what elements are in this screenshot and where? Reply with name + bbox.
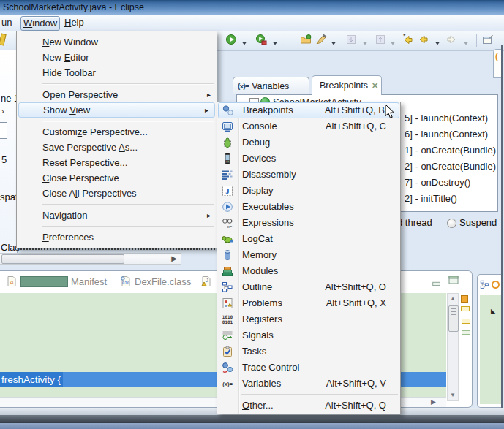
breakpoint-entry[interactable]: 5] - launch(Context)	[405, 110, 488, 126]
menu-item-close-all-perspectives[interactable]: Close All Perspectives	[17, 186, 217, 201]
editor-vertical-scrollbar[interactable]: ▲ ▼	[447, 293, 459, 401]
minimize-icon[interactable]	[432, 278, 442, 291]
submenu-item-breakpoints[interactable]: BreakpointsAlt+Shift+Q, B	[218, 102, 399, 118]
marker-triangle-icon: ◣	[491, 308, 495, 314]
menubar-item-help[interactable]: Help	[64, 16, 84, 29]
scroll-down-arrow-icon[interactable]: ▼	[450, 392, 456, 398]
submenu-item-variables[interactable]: (x)=VariablesAlt+Shift+Q, V	[217, 376, 400, 392]
submenu-item-devices[interactable]: Devices	[217, 151, 400, 167]
maximize-icon[interactable]	[448, 274, 459, 288]
format-dropdown[interactable]	[331, 37, 336, 43]
menu-item-new-window[interactable]: New Window	[17, 34, 217, 50]
menubar-item-window[interactable]: Window	[20, 16, 60, 31]
submenu-item-label: Console	[242, 121, 277, 132]
menu-item-navigation[interactable]: Navigation▸	[17, 208, 217, 223]
last-edit-location-button[interactable]: *	[402, 34, 414, 45]
window-menu: New WindowNew EditorHide ToolbarOpen Per…	[16, 31, 217, 248]
menu-item-new-editor[interactable]: New Editor	[17, 50, 217, 65]
scroll-right-arrow-icon[interactable]: ▶	[431, 398, 436, 406]
tab-breakpoints[interactable]: Breakpoints✕	[312, 75, 382, 95]
submenu-item-disassembly[interactable]: Disassembly	[217, 167, 400, 183]
menu-item-customize-perspective[interactable]: Customize Perspective...	[17, 124, 217, 140]
menu-item-hide-toolbar[interactable]: Hide Toolbar	[17, 65, 217, 80]
svg-text:010: 010	[122, 281, 129, 285]
close-icon[interactable]: ✕	[372, 81, 378, 91]
menu-item-preferences[interactable]: Preferences	[17, 229, 217, 245]
submenu-item-executables[interactable]: Executables	[217, 199, 400, 215]
titlebar[interactable]: SchoolMarketActivity.java - Eclipse	[0, 0, 504, 15]
submenu-arrow-icon: ▸	[205, 103, 208, 117]
breakpoint-entry[interactable]: 1] - onCreate(Bundle)	[405, 143, 496, 159]
submenu-item-shortcut: Alt+Shift+Q, V	[326, 376, 386, 392]
submenu-item-label: Other...	[242, 400, 274, 411]
trace-control-icon	[222, 362, 233, 373]
breakpoint-entry[interactable]: 2] - onCreate(Bundle)	[405, 159, 496, 175]
submenu-item-display[interactable]: JDisplay	[217, 183, 400, 199]
submenu-item-registers[interactable]: 10100101Registers	[217, 311, 400, 327]
menu-item-open-perspective[interactable]: Open Perspective▸	[17, 87, 217, 102]
save-button-disabled[interactable]	[345, 34, 357, 45]
scroll-up-arrow-icon[interactable]: ▲	[450, 295, 456, 302]
submenu-item-expressions[interactable]: x=Expressions	[217, 215, 400, 231]
menubar-item-un[interactable]: un	[1, 16, 12, 29]
submenu-item-trace-control[interactable]: Trace Control	[217, 360, 400, 376]
overview-ruler-marker[interactable]	[462, 319, 470, 324]
navigate-up-dropdown-disabled[interactable]	[390, 37, 396, 43]
breakpoint-entry[interactable]: 6] - launch(Context)	[405, 126, 488, 143]
submenu-item-problems[interactable]: ProblemsAlt+Shift+Q, X	[217, 295, 400, 311]
run-dropdown[interactable]	[241, 37, 247, 43]
run-button[interactable]	[225, 34, 237, 45]
format-button[interactable]	[315, 34, 327, 45]
overview-ruler-marker[interactable]	[461, 295, 468, 303]
suspend-vm-radio[interactable]	[447, 219, 456, 228]
pin-editor-button[interactable]	[482, 34, 494, 45]
scroll-right-arrow-icon[interactable]: ▶	[171, 254, 177, 264]
editor-tab-manifest[interactable]: aManifest	[6, 276, 107, 287]
submenu-item-debug[interactable]: Debug	[217, 134, 400, 151]
submenu-item-console[interactable]: ConsoleAlt+Shift+Q, C	[217, 118, 400, 134]
console-icon	[222, 121, 233, 132]
menu-item-label: New Window	[42, 37, 98, 48]
breakpoint-entry[interactable]: 2] - initTitle()	[405, 191, 457, 207]
submenu-item-logcat[interactable]: LogCat	[217, 231, 400, 247]
submenu-item-modules[interactable]: Modules	[217, 263, 400, 279]
forward-button-disabled[interactable]	[445, 34, 457, 45]
eclipse-window: SchoolMarketActivity.java - Eclipse unWi…	[0, 0, 504, 429]
save-dropdown-disabled[interactable]	[362, 37, 368, 43]
menu-item-save-perspective-as[interactable]: Save Perspective As...	[17, 140, 217, 155]
scrollbar-thumb[interactable]	[448, 305, 459, 332]
open-type-button[interactable]	[300, 34, 312, 45]
submenu-item-label: Tasks	[242, 346, 266, 357]
submenu-item-signals[interactable]: Signals	[217, 327, 400, 343]
back-dropdown[interactable]	[435, 37, 440, 43]
menu-item-close-perspective[interactable]: Close Perspective	[17, 170, 217, 186]
coverage-run-dropdown[interactable]	[272, 37, 278, 43]
outline-icon	[222, 281, 233, 293]
editor-tab-partial[interactable]: J	[200, 276, 212, 287]
submenu-item-outline[interactable]: OutlineAlt+Shift+Q, O	[217, 279, 400, 295]
menu-item-label: Customize Perspective...	[42, 126, 148, 137]
submenu-item-other[interactable]: Other...Alt+Shift+Q, Q	[217, 398, 400, 414]
menu-separator	[17, 201, 217, 208]
menu-item-show-view[interactable]: Show View▸	[18, 102, 215, 118]
menu-item-reset-perspective[interactable]: Reset Perspective...	[17, 155, 217, 170]
submenu-item-tasks[interactable]: Tasks	[217, 343, 400, 360]
forward-dropdown-disabled[interactable]	[463, 37, 469, 43]
back-button[interactable]	[418, 34, 429, 45]
navigate-up-button-disabled[interactable]	[375, 34, 386, 45]
breakpoint-entry[interactable]: 7] - onDestroy()	[405, 175, 470, 191]
tab-variables[interactable]: (x)=Variables	[233, 77, 309, 94]
submenu-item-label: Executables	[242, 201, 294, 212]
submenu-item-shortcut: Alt+Shift+Q, C	[326, 118, 386, 134]
overview-ruler-marker[interactable]	[461, 306, 470, 311]
variables-icon: (x)=	[238, 82, 249, 90]
overview-ruler-marker[interactable]	[462, 330, 470, 335]
menu-separator	[17, 223, 217, 229]
coverage-run-button[interactable]	[255, 34, 267, 45]
editor-tab-dexfile-class[interactable]: 010DexFile.class	[120, 276, 191, 287]
submenu-item-memory[interactable]: Memory	[217, 247, 400, 263]
scrollbar-thumb[interactable]	[1, 254, 124, 264]
submenu-item-label: Problems	[242, 297, 282, 308]
horizontal-scrollbar[interactable]: ▶	[0, 253, 181, 265]
variables-icon: (x)=	[222, 378, 233, 390]
